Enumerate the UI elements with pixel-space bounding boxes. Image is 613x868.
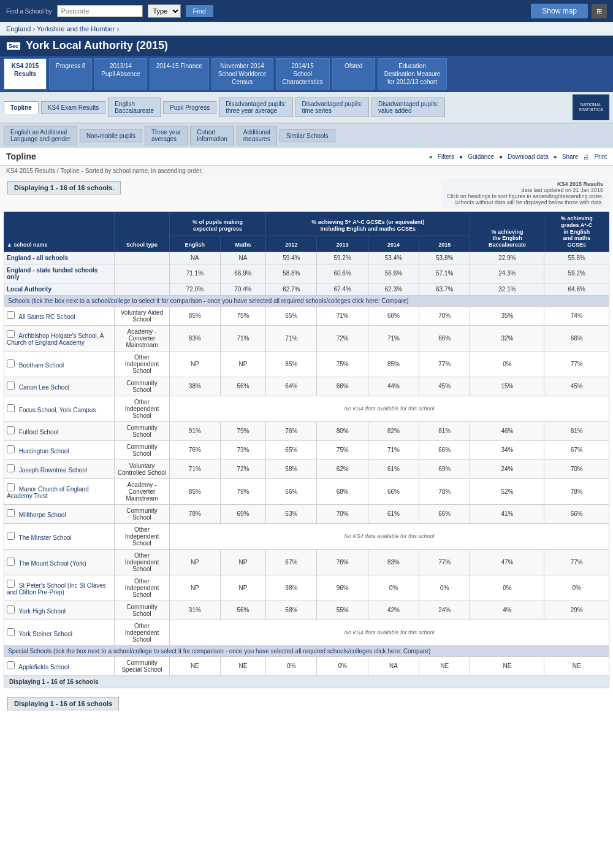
table-row: Local Authority 72.0% 70.4% 62.7% 67.4% … — [4, 283, 609, 295]
school-link[interactable]: All Saints RC School — [18, 313, 75, 320]
tab-workforce[interactable]: November 2014School WorkforceCensus — [211, 58, 273, 90]
school-checkbox[interactable] — [7, 445, 15, 453]
sub-tab-cohort[interactable]: Cohortinformation — [190, 126, 234, 145]
engmaths-cell: 64.8% — [544, 283, 609, 295]
y2013-cell: 75% — [317, 440, 368, 459]
table-row: The Mount School (York) Other Independen… — [4, 549, 609, 575]
school-link[interactable]: Focus School, York Campus — [19, 407, 96, 413]
school-link[interactable]: Joseph Rowntree School — [19, 467, 87, 474]
table-row: Focus School, York Campus Other Independ… — [4, 396, 609, 421]
school-checkbox[interactable] — [7, 532, 15, 540]
school-checkbox[interactable] — [7, 605, 15, 613]
col-header-2012[interactable]: 2012 — [266, 236, 317, 252]
english-cell: 76% — [170, 440, 221, 459]
show-map-button[interactable]: Show map — [531, 4, 588, 18]
find-button[interactable]: Find — [186, 5, 213, 17]
guidance-label[interactable]: Guidance — [468, 153, 494, 160]
school-checkbox[interactable] — [7, 330, 15, 338]
sub-tab-additional[interactable]: Additionalmeasures — [237, 126, 277, 145]
sub-tab-disadv-series[interactable]: Disadvantaged pupils:time series — [295, 98, 369, 117]
col-header-2013[interactable]: 2013 — [317, 236, 368, 252]
school-checkbox[interactable] — [7, 483, 15, 491]
school-checkbox[interactable] — [7, 509, 15, 517]
maths-cell: NP — [220, 575, 265, 601]
school-link[interactable]: Huntington School — [19, 448, 69, 455]
sub-tab-topline[interactable]: Topline — [4, 101, 39, 114]
school-checkbox[interactable] — [7, 426, 15, 434]
tab-ofsted[interactable]: Ofsted — [332, 58, 375, 90]
sub-tab-disadv-avg[interactable]: Disadvantaged pupils:three year average — [219, 98, 292, 117]
page-title: York Local Authority (2015) — [26, 39, 168, 52]
sub-tab-threeyear[interactable]: Three yearaverages — [145, 126, 188, 145]
tab-finance[interactable]: 2014-15 Finance — [150, 58, 209, 90]
sub-tab-ks4exam[interactable]: KS4 Exam Results — [41, 101, 105, 114]
tab-progress8[interactable]: Progress 8 — [49, 58, 92, 90]
filters-label[interactable]: Filters — [438, 153, 454, 160]
download-label[interactable]: Download data — [508, 153, 549, 160]
school-link[interactable]: York High School — [19, 608, 66, 615]
breadcrumb-yorkshire[interactable]: Yorkshire and the Humber — [37, 25, 115, 33]
tab-characteristics[interactable]: 2014/15SchoolCharacteristics — [276, 58, 330, 90]
y2015-cell: 53.8% — [419, 252, 470, 264]
sub-tab-eal[interactable]: English as AdditionalLanguage and gender — [4, 126, 77, 145]
sub-tab-similar[interactable]: Similar Schools — [280, 129, 335, 142]
sub-tab-nonmobile[interactable]: Non-mobile pupils — [80, 129, 142, 142]
school-checkbox[interactable] — [7, 464, 15, 472]
col-header-school-name[interactable]: ▲ school name — [4, 212, 115, 252]
sub-tab-disadv-va[interactable]: Disadvantaged pupils:value added — [371, 98, 445, 117]
col-header-eng-maths[interactable]: % achievinggrades A*-Cin Englishand math… — [544, 212, 609, 252]
map-toggle-icon[interactable]: ⊞ — [592, 4, 607, 18]
school-checkbox[interactable] — [7, 382, 15, 390]
school-name-cell: Joseph Rowntree School — [4, 459, 115, 478]
bottom-displaying-cell: Displaying 1 - 16 of 16 schools — [4, 675, 609, 688]
share-label[interactable]: Share — [562, 153, 579, 160]
sub-tab-engbac[interactable]: EnglishBaccalaureate — [108, 98, 161, 117]
school-checkbox[interactable] — [7, 628, 15, 636]
school-link[interactable]: Archbishop Holgate's School, A Church of… — [7, 332, 104, 346]
school-checkbox[interactable] — [7, 359, 15, 367]
school-checkbox[interactable] — [7, 558, 15, 566]
col-header-2014[interactable]: 2014 — [368, 236, 419, 252]
school-link[interactable]: The Minster School — [19, 534, 72, 541]
table-row: York High School Community School 31% 56… — [4, 601, 609, 620]
school-link[interactable]: The Mount School (York) — [19, 560, 86, 567]
y2014-cell: 61% — [368, 504, 419, 523]
col-header-school-type[interactable]: School type — [115, 212, 170, 252]
col-header-english[interactable]: English — [170, 236, 221, 252]
tab-destination[interactable]: EducationDestination Measurefor 2012/13 … — [378, 58, 447, 90]
school-link[interactable]: Canon Lee School — [19, 384, 69, 391]
postcode-input[interactable] — [57, 5, 143, 17]
col-header-maths[interactable]: Maths — [220, 236, 265, 252]
school-checkbox[interactable] — [7, 580, 15, 588]
col-header-2015[interactable]: 2015 — [419, 236, 470, 252]
y2015-cell: 77% — [419, 351, 470, 377]
sub-tab-pupilprog[interactable]: Pupil Progress — [163, 101, 216, 114]
ebac-cell: 22.9% — [470, 252, 544, 264]
school-type-cell: Community Special School — [115, 656, 170, 675]
school-type-cell: Other Independent School — [115, 351, 170, 377]
school-checkbox[interactable] — [7, 404, 15, 412]
section-title: Topline — [6, 152, 36, 161]
school-name-cell: Manor Church of England Academy Trust — [4, 478, 115, 504]
school-link[interactable]: Bootham School — [19, 362, 64, 369]
y2013-cell: 71% — [317, 306, 368, 325]
bottom-displaying-row: Displaying 1 - 16 of 16 schools — [4, 675, 609, 688]
y2014-cell: 71% — [368, 440, 419, 459]
tab-absence[interactable]: 2013/14Pupil Absence — [94, 58, 147, 90]
tab-ks4[interactable]: KS4 2015Results — [4, 58, 47, 90]
print-label[interactable]: Print — [594, 153, 607, 160]
school-checkbox[interactable] — [7, 661, 15, 669]
school-link[interactable]: Millthorpe School — [19, 512, 66, 518]
y2015-cell: 81% — [419, 421, 470, 440]
school-link[interactable]: Fulford School — [19, 429, 58, 436]
school-name-cell: Local Authority — [4, 283, 115, 295]
download-icon: ● — [499, 153, 503, 160]
school-type-select[interactable]: Type — [148, 4, 181, 18]
school-link[interactable]: Manor Church of England Academy Trust — [7, 486, 89, 499]
breadcrumb-england[interactable]: England — [6, 25, 31, 33]
school-link[interactable]: Applefields School — [18, 664, 69, 670]
school-link[interactable]: York Steiner School — [19, 631, 72, 637]
col-header-ebac[interactable]: % achievingthe EnglishBaccalaureate — [470, 212, 544, 252]
school-link[interactable]: St Peter's School (Inc St Olaves and Cli… — [7, 582, 106, 596]
school-checkbox[interactable] — [7, 311, 15, 319]
